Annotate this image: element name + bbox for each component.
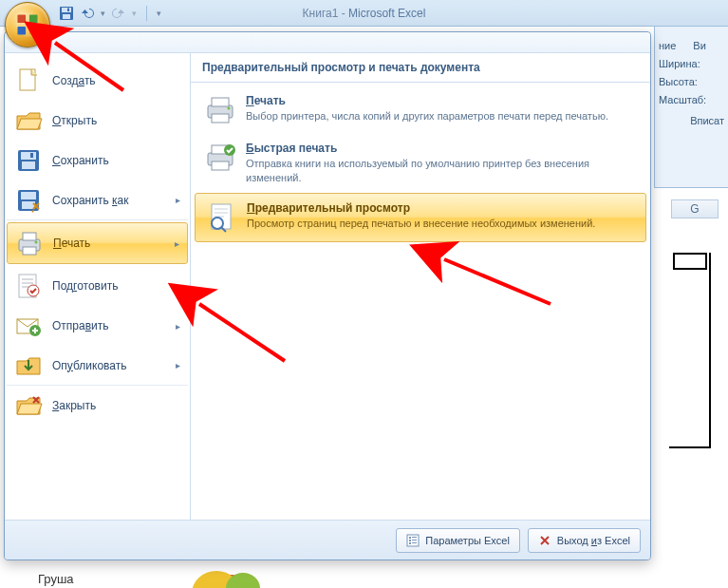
print-icon <box>15 229 44 257</box>
exit-excel-label: Выход из Excel <box>557 535 630 546</box>
office-button[interactable] <box>5 2 50 47</box>
embedded-image <box>177 561 290 588</box>
office-menu: СоздатьОткрытьСохранитьСохранить какПеча… <box>4 31 651 560</box>
svg-rect-19 <box>23 247 36 255</box>
submenu-header: Предварительный просмотр и печать докуме… <box>191 53 650 83</box>
svg-rect-1 <box>62 8 71 12</box>
menu-item-label: Отправить <box>52 319 109 332</box>
submenu-item-print-preview[interactable]: Предварительный просмотрПросмотр страниц… <box>195 193 646 242</box>
menu-item-print[interactable]: Печать <box>7 222 188 264</box>
quick-print-icon <box>204 142 236 174</box>
menu-item-save[interactable]: Сохранить <box>7 141 188 180</box>
svg-rect-37 <box>409 540 411 541</box>
save-icon[interactable] <box>59 6 74 21</box>
title-bar: ▾ ▾ ▾ Книга1 - Microsoft Excel <box>0 0 728 27</box>
svg-rect-26 <box>212 98 229 106</box>
ribbon-label-scale: Масштаб: <box>659 94 724 105</box>
column-header-g[interactable]: G <box>671 199 719 218</box>
svg-rect-39 <box>412 537 417 538</box>
undo-dropdown[interactable]: ▾ <box>101 9 105 18</box>
svg-rect-12 <box>22 161 35 169</box>
svg-rect-18 <box>23 233 36 240</box>
office-menu-footer: Параметры Excel Выход из Excel <box>5 520 650 560</box>
svg-rect-3 <box>67 8 69 11</box>
menu-item-label: Опубликовать <box>52 359 126 372</box>
svg-rect-15 <box>21 192 36 199</box>
svg-rect-6 <box>29 14 38 23</box>
submenu-item-title: Печать <box>246 94 608 107</box>
ribbon-label-height: Высота: <box>659 76 724 87</box>
print-preview-icon <box>205 201 237 234</box>
svg-point-20 <box>35 241 38 244</box>
publish-icon <box>14 351 43 380</box>
submenu-item-quick-print[interactable]: Быстрая печатьОтправка книги на использу… <box>195 134 646 193</box>
cell-content: Груша <box>38 572 74 586</box>
print-icon <box>204 94 236 126</box>
grid-edge <box>673 253 711 443</box>
options-icon <box>406 534 420 547</box>
menu-item-save-as[interactable]: Сохранить как <box>7 180 188 220</box>
menu-item-label: Сохранить <box>52 154 109 167</box>
svg-point-28 <box>228 107 231 110</box>
svg-rect-31 <box>212 161 229 170</box>
office-menu-right: Предварительный просмотр и печать докуме… <box>191 53 650 520</box>
svg-rect-41 <box>412 542 417 543</box>
save-as-icon <box>14 186 43 215</box>
office-menu-left: СоздатьОткрытьСохранитьСохранить какПеча… <box>5 53 191 520</box>
menu-item-label: Открыть <box>52 114 97 127</box>
menu-item-open[interactable]: Открыть <box>7 101 188 141</box>
menu-item-label: Подготовить <box>52 279 118 293</box>
close-icon <box>14 391 43 420</box>
svg-rect-38 <box>409 542 411 544</box>
ribbon-partial: ние Ви Ширина: Высота: Масштаб: Вписат <box>654 27 728 188</box>
save-icon <box>14 146 43 175</box>
submenu-item-desc: Выбор принтера, числа копий и других пар… <box>246 109 608 123</box>
new-icon <box>14 66 43 95</box>
submenu-item-print[interactable]: ПечатьВыбор принтера, числа копий и друг… <box>195 86 646 134</box>
submenu-item-title: Быстрая печать <box>246 142 637 155</box>
ribbon-label-width: Ширина: <box>659 58 724 69</box>
ribbon-tab-fragment[interactable]: ние <box>659 40 676 51</box>
grid-corner <box>669 439 711 448</box>
qat-customize-dropdown[interactable]: ▾ <box>157 9 161 18</box>
svg-rect-5 <box>17 14 26 23</box>
svg-rect-40 <box>412 540 417 541</box>
svg-rect-36 <box>409 537 411 539</box>
menu-item-label: Сохранить как <box>52 194 128 207</box>
svg-rect-7 <box>17 27 26 35</box>
menu-item-prepare[interactable]: Подготовить <box>7 266 188 306</box>
menu-item-label: Печать <box>53 237 90 250</box>
close-icon <box>538 534 551 547</box>
svg-rect-2 <box>63 14 70 19</box>
svg-rect-27 <box>212 114 229 123</box>
undo-icon[interactable] <box>80 6 95 21</box>
redo-dropdown[interactable]: ▾ <box>132 9 137 18</box>
menu-item-publish[interactable]: Опубликовать <box>7 346 188 386</box>
send-icon <box>14 312 43 340</box>
menu-item-send[interactable]: Отправить <box>7 306 188 346</box>
ribbon-tab-fragment[interactable]: Ви <box>693 40 705 51</box>
menu-item-new[interactable]: Создать <box>7 61 188 101</box>
menu-item-label: Закрыть <box>52 399 96 412</box>
excel-options-label: Параметры Excel <box>425 535 510 546</box>
open-icon <box>14 106 43 135</box>
ribbon-group-label: Вписат <box>659 115 724 126</box>
submenu-item-desc: Просмотр страниц перед печатью и внесени… <box>247 217 595 231</box>
excel-options-button[interactable]: Параметры Excel <box>396 528 520 553</box>
prepare-icon <box>14 272 43 300</box>
svg-rect-8 <box>29 27 38 35</box>
exit-excel-button[interactable]: Выход из Excel <box>528 528 641 553</box>
submenu-item-title: Предварительный просмотр <box>247 201 595 215</box>
menu-item-close[interactable]: Закрыть <box>7 386 188 426</box>
quick-access-toolbar: ▾ ▾ ▾ <box>59 6 161 21</box>
submenu-item-desc: Отправка книги на используемый по умолча… <box>246 157 637 185</box>
menu-item-label: Создать <box>52 74 96 87</box>
svg-rect-13 <box>30 153 33 158</box>
svg-rect-11 <box>21 152 36 160</box>
redo-icon[interactable] <box>111 6 126 21</box>
